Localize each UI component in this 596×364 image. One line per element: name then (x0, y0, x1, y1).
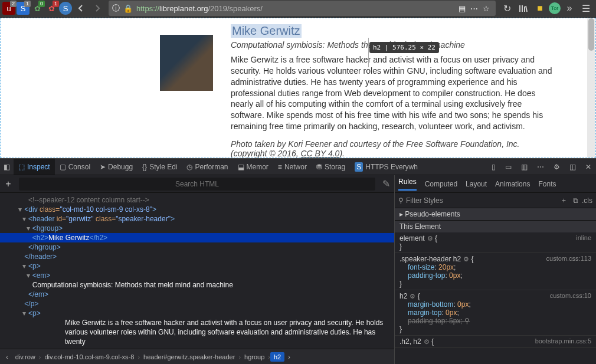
devtools-iframe-icon[interactable]: ▯ (487, 159, 500, 175)
lock-icon: 🔒 (123, 4, 133, 13)
overflow-button[interactable]: » (562, 1, 577, 16)
menu-button[interactable]: ☰ (578, 1, 594, 16)
page-scrollbar[interactable] (587, 18, 595, 158)
page-content: Mike Gerwitz Computational symbiosis: Me… (0, 18, 596, 158)
back-button[interactable] (73, 1, 89, 16)
tor-icon[interactable]: Tor (549, 2, 561, 14)
rule-speaker-header[interactable]: .speaker-header h2⚙ {custom.css:113 font… (395, 253, 596, 290)
tab-inspector[interactable]: ⬚ Inspect (14, 159, 55, 175)
reader-icon[interactable]: ▤ (459, 4, 466, 13)
crumb-3[interactable]: hgroup (241, 353, 268, 360)
devtools-close-icon[interactable]: ◧ (0, 159, 14, 175)
ext-icon-4[interactable]: ✿1 (45, 2, 58, 15)
ext-icon-yellow[interactable]: ■ (532, 1, 548, 16)
search-html-input[interactable] (19, 178, 375, 191)
edit-html-button[interactable]: ✎ (378, 178, 394, 189)
speaker-name-heading: Mike Gerwitz (231, 24, 302, 38)
rule-bootstrap-h2[interactable]: .h2, h2⚙ {bootstrap.min.css:5 (395, 336, 596, 348)
devtools-close-button[interactable]: ✕ (581, 159, 596, 175)
pseudo-elements-section[interactable]: ▸ Pseudo-elements (395, 208, 596, 221)
inspector-left-pane: + ✎ <!--speaker-12 content column start-… (0, 175, 394, 364)
url-host: libreplanet.org (159, 4, 208, 13)
rule-h2[interactable]: h2⚙ {custom.css:10 margin-bottom: 0px; m… (395, 290, 596, 336)
css-rules-list: element⚙ {inline } .speaker-header h2⚙ {… (395, 232, 596, 364)
filter-styles-row: ⚲ Filter Styles + ⧉ .cls (395, 193, 596, 208)
url-path: /2019/speakers/ (208, 4, 263, 13)
ext-icon-2[interactable]: S1 (17, 2, 30, 15)
tab-storage[interactable]: ⛃ Storag (312, 159, 350, 175)
crumb-0[interactable]: div.row (12, 353, 39, 360)
html-tree[interactable]: <!--speaker-12 content column start--> ▾… (0, 193, 394, 349)
more-icon[interactable]: ⋯ (470, 4, 478, 13)
tab-https[interactable]: S HTTPS Everywh (350, 159, 423, 175)
filter-styles-input[interactable]: Filter Styles (406, 196, 558, 205)
url-protocol: https:// (136, 4, 159, 13)
ext-icon-3[interactable]: ✿0 (31, 2, 44, 15)
ext-icon-5[interactable]: S (59, 2, 72, 15)
sidetab-animations[interactable]: Animations (495, 180, 530, 188)
devtools-tabs: ◧ ⬚ Inspect ▢ Consol ➤ Debugg {} Style E… (0, 159, 596, 175)
url-bar[interactable]: ⓘ 🔒 https://libreplanet.org/2019/speaker… (109, 1, 496, 16)
devtools-doc-icon[interactable]: ▥ (516, 159, 532, 175)
crumb-1[interactable]: div.col-md-10.col-sm-9.col-xs-8 (41, 353, 137, 360)
add-element-button[interactable]: + (0, 179, 17, 189)
rule-inline[interactable]: element⚙ {inline } (395, 232, 596, 253)
reload-button[interactable]: ↻ (499, 1, 515, 16)
library-button[interactable] (516, 1, 531, 16)
sidetab-rules[interactable]: Rules (398, 178, 417, 191)
devtools-settings-icon[interactable]: ⚙ (549, 159, 565, 175)
sidetab-fonts[interactable]: Fonts (538, 180, 556, 188)
info-icon[interactable]: ⓘ (112, 3, 120, 14)
funnel-icon: ⚲ (398, 196, 404, 205)
sidetab-layout[interactable]: Layout (466, 180, 487, 188)
sidetab-computed[interactable]: Computed (425, 180, 457, 188)
tab-console[interactable]: ▢ Consol (55, 159, 95, 175)
forward-button[interactable] (90, 1, 105, 16)
tab-memory[interactable]: ⬓ Memor (233, 159, 273, 175)
browser-toolbar: u2 S1 ✿0 ✿1 S ⓘ 🔒 https://libreplanet.or… (0, 0, 596, 18)
crumb-4[interactable]: h2 (270, 352, 284, 362)
tab-performance[interactable]: ◷ Performan (182, 159, 232, 175)
bookmark-icon[interactable]: ☆ (483, 4, 490, 13)
tab-network[interactable]: ≡ Networ (273, 159, 312, 175)
tab-debugger[interactable]: ➤ Debugg (95, 159, 137, 175)
devtools-panel: ◧ ⬚ Inspect ▢ Consol ➤ Debugg {} Style E… (0, 158, 596, 364)
ublock-icon[interactable]: u2 (2, 2, 15, 15)
crumb-next[interactable]: › (284, 353, 294, 360)
crumb-2[interactable]: header#gerwitz.speaker-header (140, 353, 238, 360)
breadcrumb-bar: ‹ div.row› div.col-md-10.col-sm-9.col-xs… (0, 349, 394, 364)
cls-button[interactable]: .cls (582, 196, 592, 205)
this-element-label: This Element (395, 221, 596, 232)
speaker-bio-text: Mike Gerwitz is a free software hacker a… (231, 54, 554, 132)
add-rule-button[interactable]: + (562, 196, 566, 205)
inspector-tooltip: h2 | 576.25 × 22 (369, 42, 439, 53)
devtools-rdm-icon[interactable]: ▭ (500, 159, 516, 175)
inspector-rules-pane: Rules Computed Layout Animations Fonts ⚲… (394, 175, 596, 364)
tab-styleedit[interactable]: {} Style Edi (137, 159, 182, 175)
devtools-more-icon[interactable]: ⋯ (532, 159, 549, 175)
rules-side-tabs: Rules Computed Layout Animations Fonts (395, 175, 596, 193)
crumb-prev[interactable]: ‹ (2, 353, 12, 360)
speaker-photo (160, 35, 213, 91)
devtools-dock-icon[interactable]: ◫ (565, 159, 581, 175)
hov-button[interactable]: ⧉ (573, 196, 578, 205)
cc-license-link[interactable]: CC BY 4.0 (301, 149, 340, 158)
photo-credit: Photo taken by Kori Feener and courtesy … (231, 139, 554, 158)
